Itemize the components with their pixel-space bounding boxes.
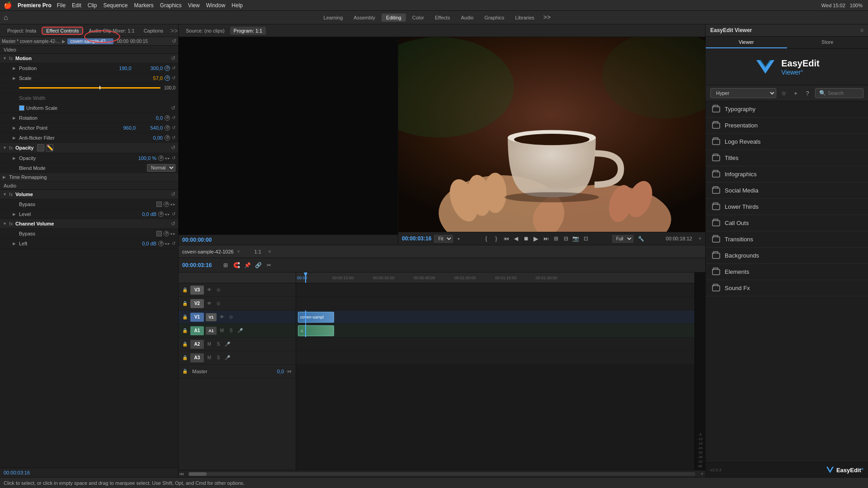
opacity-pen-icon[interactable]: ✏️: [46, 144, 53, 151]
a3-s-btn[interactable]: S: [215, 354, 222, 361]
search-box[interactable]: 🔍: [815, 88, 863, 98]
blend-mode-select[interactable]: Normal: [147, 164, 175, 172]
overwrite-btn[interactable]: ⊟: [561, 234, 571, 243]
search-input[interactable]: [828, 90, 859, 96]
category-social-media[interactable]: Social Media: [706, 183, 868, 199]
category-lower-thirds[interactable]: Lower Thirds: [706, 199, 868, 215]
stop-btn[interactable]: ⏹: [522, 234, 531, 243]
multi-cam-btn[interactable]: ⊡: [581, 234, 590, 243]
cv-reset-icon[interactable]: ↺: [171, 221, 175, 227]
store-tab[interactable]: Store: [787, 37, 868, 48]
level-arrow-right[interactable]: ▸: [168, 212, 170, 216]
tl-razor-btn[interactable]: ✂: [264, 260, 274, 270]
clip-badge[interactable]: coverr-sample-42-...: [67, 38, 113, 44]
op-arrow-right[interactable]: ▸: [168, 156, 170, 160]
level-value[interactable]: 0,0 dB: [129, 211, 156, 217]
a1-s-btn[interactable]: S: [227, 327, 235, 334]
a2-m-btn[interactable]: M: [206, 341, 213, 348]
v1-eye-btn[interactable]: 👁: [218, 314, 226, 321]
left-stopwatch[interactable]: ⏱: [158, 241, 164, 246]
tab-libraries[interactable]: Libraries: [511, 14, 539, 22]
a1-sync-box[interactable]: A1: [206, 327, 217, 335]
tab-assembly[interactable]: Assembly: [349, 14, 380, 22]
bypass-stopwatch[interactable]: ⏱: [164, 202, 169, 207]
reset-motion-icon[interactable]: ↺: [172, 38, 176, 44]
go-in-btn[interactable]: ⏮: [502, 234, 511, 243]
position-x-value[interactable]: 190,0: [104, 66, 132, 71]
v3-eye-btn[interactable]: 👁: [206, 286, 213, 294]
a2-s-btn[interactable]: S: [215, 341, 222, 348]
uniform-scale-checkbox[interactable]: [19, 105, 24, 111]
volume-group-header[interactable]: ▼ fx Volume ↺: [0, 190, 178, 199]
v3-lock-btn[interactable]: 🔒: [181, 286, 189, 294]
menu-clip[interactable]: Clip: [88, 2, 97, 9]
category-typography[interactable]: Typography: [706, 101, 868, 117]
mark-out-btn[interactable]: }: [492, 234, 501, 243]
bypass2-stopwatch[interactable]: ⏱: [164, 231, 169, 236]
v2-sync-btn[interactable]: ⊙: [215, 300, 222, 307]
anchor-x-value[interactable]: 960,0: [108, 125, 136, 131]
menu-window[interactable]: Window: [206, 2, 226, 9]
v2-lock-btn[interactable]: 🔒: [181, 300, 189, 307]
menu-view[interactable]: View: [188, 2, 200, 9]
source-monitor-tab[interactable]: Source: (no clips): [182, 27, 228, 35]
af-stopwatch[interactable]: ⏱: [165, 135, 170, 141]
menu-help[interactable]: Help: [231, 2, 243, 9]
apple-menu[interactable]: 🍎: [4, 1, 12, 9]
time-remapping-group[interactable]: ▶ Time Remapping: [0, 173, 178, 182]
timeline-ruler[interactable]: 00:00 00:00:15:00 00:00:30:00 00:00:45:0…: [296, 272, 694, 283]
tl-scroll-thumb[interactable]: [189, 472, 207, 476]
opacity-rect-icon[interactable]: [37, 144, 44, 151]
tab-editing[interactable]: Editing: [382, 14, 406, 22]
opacity-group-header[interactable]: ▼ fx Opacity ✏️ ↺: [0, 143, 178, 153]
tab-effects[interactable]: Effects: [430, 14, 454, 22]
tl-snap-btn[interactable]: 🧲: [231, 260, 241, 270]
a1-lock-btn[interactable]: 🔒: [181, 327, 189, 334]
left-reset[interactable]: ↺: [172, 241, 175, 246]
insert-btn[interactable]: ⊞: [552, 234, 561, 243]
position-reset-btn[interactable]: ↺: [172, 66, 175, 70]
a2-track-area[interactable]: [296, 338, 694, 351]
v1-clip[interactable]: coverr-sampl: [298, 312, 334, 323]
rotation-reset[interactable]: ↺: [172, 115, 175, 120]
star-btn[interactable]: ☆: [779, 88, 789, 98]
full-select[interactable]: Full: [612, 235, 633, 243]
category-transitions[interactable]: Transitions: [706, 231, 868, 248]
bypass2-arrow-right[interactable]: ▸: [173, 231, 175, 236]
a3-m-btn[interactable]: M: [206, 354, 213, 361]
anchor-reset[interactable]: ↺: [172, 125, 175, 130]
position-y-value[interactable]: 300,0: [136, 66, 163, 71]
a3-lock-btn[interactable]: 🔒: [181, 354, 189, 361]
timeline-scroll-bar[interactable]: ⏮ +: [179, 470, 705, 477]
v3-label-box[interactable]: V3: [190, 286, 204, 295]
v1-sync-box[interactable]: V1: [206, 313, 217, 321]
category-elements[interactable]: Elements: [706, 264, 868, 280]
viewer-tab[interactable]: Viewer: [706, 37, 787, 48]
a2-lock-btn[interactable]: 🔒: [181, 341, 189, 348]
help-btn[interactable]: ?: [802, 88, 812, 98]
v3-sync-btn[interactable]: ⊙: [215, 286, 222, 294]
mark-in-btn[interactable]: {: [482, 234, 491, 243]
fit-select[interactable]: Fit: [434, 235, 453, 243]
tl-markers-btn[interactable]: 📌: [242, 260, 252, 270]
left-arrow-left[interactable]: ◂: [165, 241, 167, 246]
tab-graphics[interactable]: Graphics: [480, 14, 509, 22]
level-stopwatch[interactable]: ⏱: [158, 211, 164, 217]
v2-label-box[interactable]: V2: [190, 299, 204, 308]
home-icon[interactable]: ⌂: [4, 14, 8, 22]
plus-btn[interactable]: +: [791, 88, 801, 98]
a3-track-area[interactable]: [296, 351, 694, 365]
bypass-checkbox[interactable]: [156, 202, 162, 207]
timeline-close-icon[interactable]: ×: [237, 249, 240, 254]
project-tab[interactable]: Project: Insta: [4, 27, 40, 35]
a2-label-box[interactable]: A2: [190, 340, 204, 349]
a1-m-btn[interactable]: M: [218, 327, 226, 334]
menu-file[interactable]: File: [57, 2, 66, 9]
rotation-stopwatch[interactable]: ⏱: [165, 115, 170, 121]
tl-nest-btn[interactable]: ⊞: [221, 260, 231, 270]
step-back-btn[interactable]: ◀: [512, 234, 521, 243]
left-arrow-right[interactable]: ▸: [168, 241, 170, 246]
easyedit-menu-icon[interactable]: ≡: [860, 27, 863, 33]
v3-track-area[interactable]: [296, 283, 694, 297]
level-reset[interactable]: ↺: [172, 211, 175, 216]
